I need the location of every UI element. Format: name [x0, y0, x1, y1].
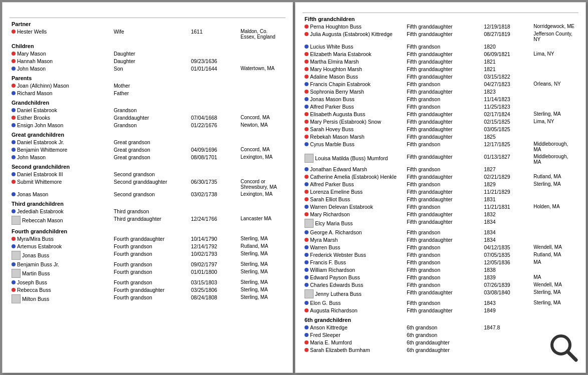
- relationship-cell: Fifth grandson: [405, 228, 482, 236]
- relationship-cell: Fifth granddaughter: [405, 110, 482, 118]
- dob-cell: 09/02/1797: [189, 260, 238, 268]
- table-row: John Mason Great grandson 08/08/1701 Lex…: [10, 153, 285, 161]
- relationship-cell: Fifth grandson: [405, 251, 482, 258]
- dob-cell: [189, 138, 238, 146]
- person-cell: John Mason: [10, 153, 112, 161]
- section-header: Children: [10, 40, 285, 50]
- table-row: Anson Kittredge 6th grandson 1847.8: [303, 323, 578, 331]
- relationship-cell: 6th granddaughter: [405, 338, 482, 346]
- right-page: Fifth grandchildren Perna Houghton Buss …: [295, 2, 586, 373]
- pob-cell: Sterling, MA: [531, 110, 578, 118]
- table-row: Mary Mason Daughter: [10, 50, 285, 57]
- relationship-cell: Fifth grandson: [405, 299, 482, 306]
- table-row: Mary Richardson Fifth granddaughter 1832: [303, 210, 578, 218]
- pob-cell: Lancaster MA: [238, 215, 285, 225]
- dob-cell: 1834: [482, 228, 531, 236]
- dob-cell: 07/05/1835: [482, 251, 531, 258]
- table-row: Jonas Buss Fourth grandson 10/02/1793 St…: [10, 250, 285, 260]
- dob-cell: 03/15/1803: [189, 278, 238, 286]
- table-row: Ensign John Mason Grandson 01/22/1676 Ne…: [10, 121, 285, 129]
- table-row: Jonathan Edward Marsh Fifth grandson 182…: [303, 165, 578, 173]
- dob-cell: 1834: [482, 236, 531, 243]
- dob-cell: 1843: [482, 299, 531, 306]
- table-row: Rebeccah Mason Third granddaughter 12/24…: [10, 215, 285, 225]
- dob-cell: 1832: [482, 210, 531, 218]
- relationship-cell: Fifth granddaughter: [405, 30, 482, 43]
- table-row: Fred Sleeper 6th grandson: [303, 331, 578, 338]
- dob-cell: [189, 50, 238, 57]
- table-row: Richard Mason Father: [10, 89, 285, 97]
- dob-cell: 1838: [482, 266, 531, 273]
- relationship-cell: Granddaughter: [112, 114, 189, 121]
- dob-cell: 1839: [482, 273, 531, 281]
- dob-cell: 1825: [482, 133, 531, 140]
- svg-line-1: [567, 351, 576, 360]
- person-cell: Francis F. Buss: [303, 258, 405, 266]
- person-cell: Artemus Estabrook: [10, 242, 112, 250]
- dob-cell: [482, 331, 531, 338]
- pob-cell: Holden, MA: [531, 203, 578, 210]
- pob-cell: [238, 89, 285, 97]
- dob-cell: 07/26/1839: [482, 281, 531, 288]
- dob-cell: 01/01/1644: [189, 65, 238, 72]
- relationship-cell: Fifth granddaughter: [405, 125, 482, 133]
- pob-cell: Wendell, MA: [531, 281, 578, 288]
- relationship-cell: Daughter: [112, 50, 189, 57]
- person-cell: Jonas Mason: [10, 190, 112, 198]
- pob-cell: [238, 50, 285, 57]
- section-header: Second grandchildren: [10, 161, 285, 170]
- section-header: 6th grandchildren: [303, 314, 578, 323]
- dob-cell: 1831: [482, 195, 531, 203]
- pob-cell: Sterling, MA: [238, 268, 285, 278]
- dob-cell: 02/17/1824: [482, 110, 531, 118]
- table-row: Warren Buss Fifth grandson 04/12/1835 We…: [303, 243, 578, 251]
- person-cell: Warren Buss: [303, 243, 405, 251]
- table-row: Jenny Luthera Buss Fifth granddaughter 0…: [303, 288, 578, 299]
- relationship-cell: Fifth granddaughter: [405, 210, 482, 218]
- person-cell: Warren Delevan Estabrook: [303, 203, 405, 210]
- person-cell: Benjamin Whittemore: [10, 146, 112, 153]
- table-row: Perna Houghton Buss Fifth granddaughter …: [303, 23, 578, 30]
- pob-cell: [531, 188, 578, 195]
- pob-cell: [531, 103, 578, 110]
- person-cell: Sophronia Berry Marsh: [303, 88, 405, 95]
- dob-cell: 03/25/1806: [189, 286, 238, 293]
- person-cell: Frederick Webster Buss: [303, 251, 405, 258]
- person-cell: Martin Buss: [10, 268, 112, 278]
- person-cell: Rebekah Mason Marsh: [303, 133, 405, 140]
- search-icon[interactable]: [548, 332, 578, 362]
- dob-cell: 10/02/1793: [189, 250, 238, 260]
- pob-cell: Lexington, MA: [238, 190, 285, 198]
- person-cell: Louisa Matilda (Buss) Mumford: [303, 153, 405, 165]
- pob-cell: Middleborough, MA: [531, 140, 578, 153]
- table-row: Daniel Estabrook III Second grandson: [10, 170, 285, 178]
- person-cell: Elizabeth Maria Estabrook: [303, 50, 405, 58]
- pob-cell: Maldon, Co. Essex, England: [238, 28, 285, 40]
- dob-cell: 03/08/1840: [482, 288, 531, 299]
- pob-cell: [531, 218, 578, 228]
- pob-cell: [238, 138, 285, 146]
- pob-cell: Concord or Shrewsbury, MA: [238, 178, 285, 190]
- dob-cell: 04/09/1696: [189, 146, 238, 153]
- table-row: Frederick Webster Buss Fifth grandson 07…: [303, 251, 578, 258]
- relationship-cell: Second granddaughter: [112, 178, 189, 190]
- relationship-cell: Fifth granddaughter: [405, 306, 482, 314]
- section-header: Great grandchildren: [10, 129, 285, 138]
- table-row: Augusta Richardson Fifth granddaughter 1…: [303, 306, 578, 314]
- relationship-cell: Fourth grandson: [112, 278, 189, 286]
- dob-cell: 1834: [482, 218, 531, 228]
- person-cell: Sarah Elliot Buss: [303, 195, 405, 203]
- table-row: Maria E. Mumford 6th granddaughter: [303, 338, 578, 346]
- relationship-cell: Fourth granddaughter: [112, 286, 189, 293]
- left-table: Partner Hester Wells Wife 1611 Maldon, C…: [10, 16, 285, 304]
- pob-cell: Lima, NY: [531, 118, 578, 125]
- section-header: Parents: [10, 72, 285, 82]
- dob-cell: 10/14/1790: [189, 235, 238, 242]
- relationship-cell: Fifth grandson: [405, 273, 482, 281]
- person-cell: Jenny Luthera Buss: [303, 288, 405, 299]
- dob-cell: 06/09/1821: [482, 50, 531, 58]
- person-cell: Alfred Parker Buss: [303, 103, 405, 110]
- table-row: Sarah Elliot Buss Fifth granddaughter 18…: [303, 195, 578, 203]
- relationship-cell: Fourth granddaughter: [112, 235, 189, 242]
- dob-cell: 04/12/1835: [482, 243, 531, 251]
